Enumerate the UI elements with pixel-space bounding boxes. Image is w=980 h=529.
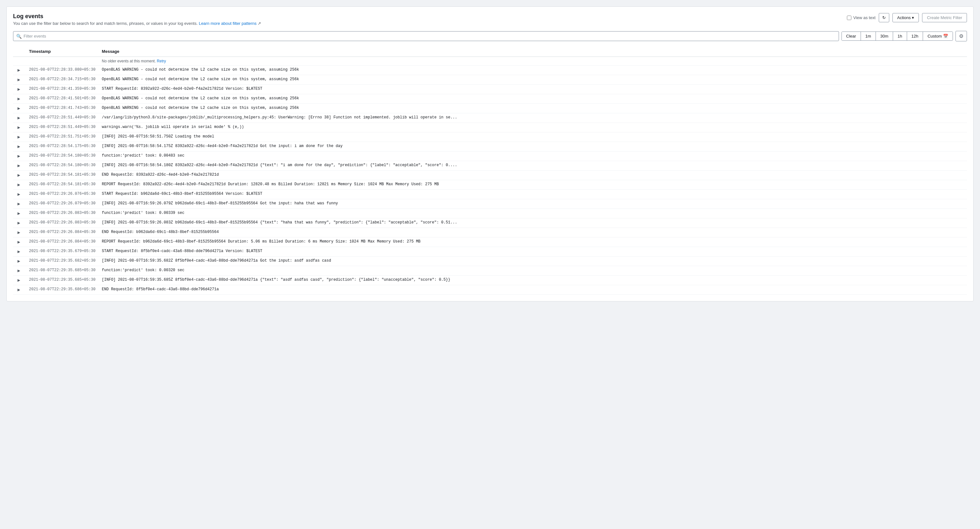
timestamp-cell: 2021-08-07T22:28:41.743+05:30 xyxy=(26,104,99,113)
expand-cell: ▶ xyxy=(13,285,26,295)
message-cell: [INFO] 2021-08-07T16:59:26.079Z b962da6d… xyxy=(99,199,967,209)
expand-row-button[interactable]: ▶ xyxy=(16,220,21,226)
message-cell: [INFO] 2021-08-07T16:58:51.750Z Loading … xyxy=(99,132,967,142)
expand-cell: ▶ xyxy=(13,180,26,190)
learn-more-link[interactable]: Learn more about filter patterns xyxy=(199,21,256,26)
expand-row-button[interactable]: ▶ xyxy=(16,163,21,168)
expand-row-button[interactable]: ▶ xyxy=(16,278,21,283)
expand-row-button[interactable]: ▶ xyxy=(16,230,21,235)
actions-button[interactable]: Actions ▾ xyxy=(892,13,919,22)
timestamp-cell: 2021-08-07T22:28:51.449+05:30 xyxy=(26,113,99,123)
expand-cell: ▶ xyxy=(13,65,26,75)
expand-row-button[interactable]: ▶ xyxy=(16,144,21,149)
timestamp-cell: 2021-08-07T22:29:35.679+05:30 xyxy=(26,247,99,257)
filter-input-wrap: 🔍 xyxy=(13,31,839,41)
expand-cell: ▶ xyxy=(13,171,26,180)
expand-cell: ▶ xyxy=(13,257,26,266)
expand-cell: ▶ xyxy=(13,199,26,209)
create-metric-filter-button[interactable]: Create Metric Filter xyxy=(922,13,967,22)
table-row: ▶2021-08-07T22:28:41.501+05:30OpenBLAS W… xyxy=(13,94,967,104)
expand-row-button[interactable]: ▶ xyxy=(16,125,21,130)
message-cell: [INFO] 2021-08-07T16:59:35.685Z 8f5bf0e4… xyxy=(99,276,967,285)
timestamp-cell: 2021-08-07T22:28:51.751+05:30 xyxy=(26,132,99,142)
expand-row-button[interactable]: ▶ xyxy=(16,201,21,207)
timestamp-cell: 2021-08-07T22:28:41.359+05:30 xyxy=(26,85,99,94)
view-as-text-checkbox[interactable] xyxy=(847,16,851,20)
time-12h-button[interactable]: 12h xyxy=(907,32,923,40)
message-cell: OpenBLAS WARNING - could not determine t… xyxy=(99,75,967,85)
timestamp-cell: 2021-08-07T22:29:26.083+05:30 xyxy=(26,209,99,218)
expand-row-button[interactable]: ▶ xyxy=(16,153,21,159)
expand-cell: ▶ xyxy=(13,113,26,123)
header-controls: View as text ↻ Actions ▾ Create Metric F… xyxy=(847,13,967,22)
time-custom-button[interactable]: Custom 📅 xyxy=(923,32,953,40)
expand-cell: ▶ xyxy=(13,247,26,257)
expand-cell: ▶ xyxy=(13,237,26,247)
calendar-icon: 📅 xyxy=(943,34,948,38)
expand-cell: ▶ xyxy=(13,142,26,151)
expand-row-button[interactable]: ▶ xyxy=(16,249,21,254)
filter-events-input[interactable] xyxy=(13,31,839,41)
message-cell: [INFO] 2021-08-07T16:59:26.083Z b962da6d… xyxy=(99,218,967,228)
expand-cell: ▶ xyxy=(13,151,26,161)
expand-row-button[interactable]: ▶ xyxy=(16,134,21,140)
message-cell: OpenBLAS WARNING - could not determine t… xyxy=(99,65,967,75)
message-cell: function:'predict' took: 0.00483 sec xyxy=(99,151,967,161)
table-header-row: Timestamp Message xyxy=(13,46,967,57)
timestamp-cell: 2021-08-07T22:28:54.175+05:30 xyxy=(26,142,99,151)
expand-row-button[interactable]: ▶ xyxy=(16,87,21,92)
header-row: Log events You can use the filter bar be… xyxy=(13,13,967,26)
expand-cell: ▶ xyxy=(13,75,26,85)
time-30m-button[interactable]: 30m xyxy=(876,32,893,40)
expand-row-button[interactable]: ▶ xyxy=(16,106,21,111)
table-row: ▶2021-08-07T22:29:26.076+05:30START Requ… xyxy=(13,190,967,199)
actions-chevron-icon: ▾ xyxy=(912,15,914,20)
table-row: ▶2021-08-07T22:29:26.079+05:30[INFO] 202… xyxy=(13,199,967,209)
timestamp-cell: 2021-08-07T22:29:26.084+05:30 xyxy=(26,237,99,247)
expand-row-button[interactable]: ▶ xyxy=(16,192,21,197)
message-cell: [INFO] 2021-08-07T16:58:54.175Z 8392a922… xyxy=(99,142,967,151)
retry-link[interactable]: Retry xyxy=(157,59,166,64)
expand-cell: ▶ xyxy=(13,161,26,171)
expand-row-button[interactable]: ▶ xyxy=(16,259,21,264)
expand-cell: ▶ xyxy=(13,266,26,276)
timestamp-cell: 2021-08-07T22:28:51.449+05:30 xyxy=(26,123,99,132)
expand-row-button[interactable]: ▶ xyxy=(16,96,21,102)
expand-row-button[interactable]: ▶ xyxy=(16,182,21,187)
message-cell: [INFO] 2021-08-07T16:58:54.180Z 8392a922… xyxy=(99,161,967,171)
expand-row-button[interactable]: ▶ xyxy=(16,115,21,121)
refresh-button[interactable]: ↻ xyxy=(879,13,889,22)
log-table: Timestamp Message No older events at thi… xyxy=(13,46,967,295)
table-row: ▶2021-08-07T22:29:35.686+05:30END Reques… xyxy=(13,285,967,295)
table-row: ▶2021-08-07T22:28:51.449+05:30warnings.w… xyxy=(13,123,967,132)
title-section: Log events You can use the filter bar be… xyxy=(13,13,261,26)
settings-gear-button[interactable]: ⚙ xyxy=(956,31,967,41)
expand-cell: ▶ xyxy=(13,94,26,104)
expand-row-button[interactable]: ▶ xyxy=(16,268,21,273)
view-as-text-label[interactable]: View as text xyxy=(847,15,875,20)
time-range-buttons: Clear 1m 30m 1h 12h Custom 📅 xyxy=(842,32,953,41)
expand-row-button[interactable]: ▶ xyxy=(16,173,21,178)
expand-row-button[interactable]: ▶ xyxy=(16,239,21,245)
no-older-events-cell: No older events at this moment. Retry xyxy=(99,57,967,65)
expand-cell: ▶ xyxy=(13,228,26,237)
timestamp-cell: 2021-08-07T22:28:54.180+05:30 xyxy=(26,151,99,161)
timestamp-cell: 2021-08-07T22:29:35.682+05:30 xyxy=(26,257,99,266)
message-cell: /var/lang/lib/python3.8/site-packages/jo… xyxy=(99,113,967,123)
expand-row-button[interactable]: ▶ xyxy=(16,67,21,73)
expand-cell: ▶ xyxy=(13,209,26,218)
message-cell: warnings.warn('%s. joblib will operate i… xyxy=(99,123,967,132)
table-row: ▶2021-08-07T22:29:26.083+05:30function:'… xyxy=(13,209,967,218)
timestamp-cell: 2021-08-07T22:28:41.501+05:30 xyxy=(26,94,99,104)
table-row: ▶2021-08-07T22:28:41.359+05:30START Requ… xyxy=(13,85,967,94)
table-row: ▶2021-08-07T22:29:35.685+05:30[INFO] 202… xyxy=(13,276,967,285)
expand-row-button[interactable]: ▶ xyxy=(16,77,21,83)
time-clear-button[interactable]: Clear xyxy=(842,32,861,40)
message-cell: OpenBLAS WARNING - could not determine t… xyxy=(99,94,967,104)
time-1m-button[interactable]: 1m xyxy=(861,32,876,40)
search-icon: 🔍 xyxy=(16,34,22,39)
expand-row-button[interactable]: ▶ xyxy=(16,287,21,292)
table-row: ▶2021-08-07T22:28:54.181+05:30END Reques… xyxy=(13,171,967,180)
time-1h-button[interactable]: 1h xyxy=(893,32,907,40)
expand-row-button[interactable]: ▶ xyxy=(16,211,21,216)
